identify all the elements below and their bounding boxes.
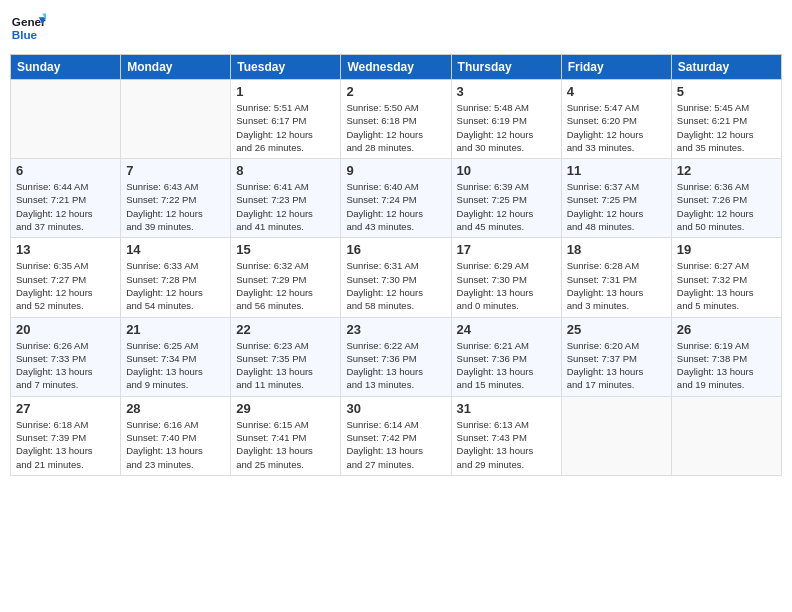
day-info: Sunrise: 6:20 AM Sunset: 7:37 PM Dayligh…	[567, 339, 666, 392]
day-number: 19	[677, 242, 776, 257]
day-info: Sunrise: 6:19 AM Sunset: 7:38 PM Dayligh…	[677, 339, 776, 392]
day-number: 20	[16, 322, 115, 337]
calendar-cell	[561, 396, 671, 475]
day-info: Sunrise: 5:51 AM Sunset: 6:17 PM Dayligh…	[236, 101, 335, 154]
day-info: Sunrise: 6:44 AM Sunset: 7:21 PM Dayligh…	[16, 180, 115, 233]
calendar-cell: 21Sunrise: 6:25 AM Sunset: 7:34 PM Dayli…	[121, 317, 231, 396]
day-number: 25	[567, 322, 666, 337]
day-info: Sunrise: 6:28 AM Sunset: 7:31 PM Dayligh…	[567, 259, 666, 312]
calendar-table: SundayMondayTuesdayWednesdayThursdayFrid…	[10, 54, 782, 476]
day-number: 11	[567, 163, 666, 178]
day-info: Sunrise: 6:22 AM Sunset: 7:36 PM Dayligh…	[346, 339, 445, 392]
day-info: Sunrise: 5:45 AM Sunset: 6:21 PM Dayligh…	[677, 101, 776, 154]
day-number: 15	[236, 242, 335, 257]
day-info: Sunrise: 6:37 AM Sunset: 7:25 PM Dayligh…	[567, 180, 666, 233]
day-number: 28	[126, 401, 225, 416]
calendar-cell: 22Sunrise: 6:23 AM Sunset: 7:35 PM Dayli…	[231, 317, 341, 396]
day-info: Sunrise: 6:23 AM Sunset: 7:35 PM Dayligh…	[236, 339, 335, 392]
weekday-header-thursday: Thursday	[451, 55, 561, 80]
calendar-cell: 17Sunrise: 6:29 AM Sunset: 7:30 PM Dayli…	[451, 238, 561, 317]
day-number: 16	[346, 242, 445, 257]
day-number: 6	[16, 163, 115, 178]
calendar-cell: 10Sunrise: 6:39 AM Sunset: 7:25 PM Dayli…	[451, 159, 561, 238]
day-number: 18	[567, 242, 666, 257]
calendar-week-row: 6Sunrise: 6:44 AM Sunset: 7:21 PM Daylig…	[11, 159, 782, 238]
calendar-cell	[11, 80, 121, 159]
day-info: Sunrise: 6:40 AM Sunset: 7:24 PM Dayligh…	[346, 180, 445, 233]
calendar-cell: 5Sunrise: 5:45 AM Sunset: 6:21 PM Daylig…	[671, 80, 781, 159]
day-number: 13	[16, 242, 115, 257]
calendar-cell: 3Sunrise: 5:48 AM Sunset: 6:19 PM Daylig…	[451, 80, 561, 159]
day-info: Sunrise: 5:47 AM Sunset: 6:20 PM Dayligh…	[567, 101, 666, 154]
weekday-header-wednesday: Wednesday	[341, 55, 451, 80]
day-number: 14	[126, 242, 225, 257]
calendar-cell: 24Sunrise: 6:21 AM Sunset: 7:36 PM Dayli…	[451, 317, 561, 396]
day-info: Sunrise: 6:31 AM Sunset: 7:30 PM Dayligh…	[346, 259, 445, 312]
day-info: Sunrise: 6:18 AM Sunset: 7:39 PM Dayligh…	[16, 418, 115, 471]
calendar-cell: 6Sunrise: 6:44 AM Sunset: 7:21 PM Daylig…	[11, 159, 121, 238]
day-info: Sunrise: 6:39 AM Sunset: 7:25 PM Dayligh…	[457, 180, 556, 233]
day-number: 24	[457, 322, 556, 337]
calendar-cell: 7Sunrise: 6:43 AM Sunset: 7:22 PM Daylig…	[121, 159, 231, 238]
calendar-cell: 13Sunrise: 6:35 AM Sunset: 7:27 PM Dayli…	[11, 238, 121, 317]
day-number: 8	[236, 163, 335, 178]
calendar-cell: 8Sunrise: 6:41 AM Sunset: 7:23 PM Daylig…	[231, 159, 341, 238]
day-number: 23	[346, 322, 445, 337]
calendar-cell	[121, 80, 231, 159]
day-number: 3	[457, 84, 556, 99]
day-info: Sunrise: 5:50 AM Sunset: 6:18 PM Dayligh…	[346, 101, 445, 154]
day-number: 30	[346, 401, 445, 416]
day-info: Sunrise: 6:27 AM Sunset: 7:32 PM Dayligh…	[677, 259, 776, 312]
day-number: 27	[16, 401, 115, 416]
calendar-cell: 29Sunrise: 6:15 AM Sunset: 7:41 PM Dayli…	[231, 396, 341, 475]
weekday-header-friday: Friday	[561, 55, 671, 80]
day-info: Sunrise: 6:26 AM Sunset: 7:33 PM Dayligh…	[16, 339, 115, 392]
calendar-cell: 11Sunrise: 6:37 AM Sunset: 7:25 PM Dayli…	[561, 159, 671, 238]
calendar-cell: 27Sunrise: 6:18 AM Sunset: 7:39 PM Dayli…	[11, 396, 121, 475]
day-number: 1	[236, 84, 335, 99]
day-info: Sunrise: 6:32 AM Sunset: 7:29 PM Dayligh…	[236, 259, 335, 312]
calendar-week-row: 1Sunrise: 5:51 AM Sunset: 6:17 PM Daylig…	[11, 80, 782, 159]
calendar-cell: 9Sunrise: 6:40 AM Sunset: 7:24 PM Daylig…	[341, 159, 451, 238]
day-number: 9	[346, 163, 445, 178]
calendar-cell: 30Sunrise: 6:14 AM Sunset: 7:42 PM Dayli…	[341, 396, 451, 475]
day-number: 2	[346, 84, 445, 99]
day-number: 31	[457, 401, 556, 416]
calendar-cell: 28Sunrise: 6:16 AM Sunset: 7:40 PM Dayli…	[121, 396, 231, 475]
day-number: 21	[126, 322, 225, 337]
day-info: Sunrise: 5:48 AM Sunset: 6:19 PM Dayligh…	[457, 101, 556, 154]
day-number: 22	[236, 322, 335, 337]
day-number: 17	[457, 242, 556, 257]
svg-text:General: General	[12, 15, 46, 28]
day-info: Sunrise: 6:41 AM Sunset: 7:23 PM Dayligh…	[236, 180, 335, 233]
calendar-cell: 2Sunrise: 5:50 AM Sunset: 6:18 PM Daylig…	[341, 80, 451, 159]
day-number: 12	[677, 163, 776, 178]
calendar-week-row: 27Sunrise: 6:18 AM Sunset: 7:39 PM Dayli…	[11, 396, 782, 475]
calendar-cell: 31Sunrise: 6:13 AM Sunset: 7:43 PM Dayli…	[451, 396, 561, 475]
day-info: Sunrise: 6:43 AM Sunset: 7:22 PM Dayligh…	[126, 180, 225, 233]
logo-icon: General Blue	[10, 10, 46, 46]
day-info: Sunrise: 6:13 AM Sunset: 7:43 PM Dayligh…	[457, 418, 556, 471]
weekday-header-monday: Monday	[121, 55, 231, 80]
calendar-cell: 19Sunrise: 6:27 AM Sunset: 7:32 PM Dayli…	[671, 238, 781, 317]
weekday-header-tuesday: Tuesday	[231, 55, 341, 80]
day-number: 5	[677, 84, 776, 99]
day-info: Sunrise: 6:36 AM Sunset: 7:26 PM Dayligh…	[677, 180, 776, 233]
calendar-cell: 23Sunrise: 6:22 AM Sunset: 7:36 PM Dayli…	[341, 317, 451, 396]
calendar-cell: 14Sunrise: 6:33 AM Sunset: 7:28 PM Dayli…	[121, 238, 231, 317]
calendar-cell: 12Sunrise: 6:36 AM Sunset: 7:26 PM Dayli…	[671, 159, 781, 238]
svg-text:Blue: Blue	[12, 28, 38, 41]
weekday-header-saturday: Saturday	[671, 55, 781, 80]
day-number: 7	[126, 163, 225, 178]
day-number: 4	[567, 84, 666, 99]
calendar-cell: 1Sunrise: 5:51 AM Sunset: 6:17 PM Daylig…	[231, 80, 341, 159]
day-info: Sunrise: 6:16 AM Sunset: 7:40 PM Dayligh…	[126, 418, 225, 471]
day-number: 26	[677, 322, 776, 337]
day-info: Sunrise: 6:15 AM Sunset: 7:41 PM Dayligh…	[236, 418, 335, 471]
calendar-cell: 16Sunrise: 6:31 AM Sunset: 7:30 PM Dayli…	[341, 238, 451, 317]
calendar-cell: 26Sunrise: 6:19 AM Sunset: 7:38 PM Dayli…	[671, 317, 781, 396]
day-info: Sunrise: 6:25 AM Sunset: 7:34 PM Dayligh…	[126, 339, 225, 392]
logo: General Blue	[10, 10, 46, 46]
calendar-cell: 15Sunrise: 6:32 AM Sunset: 7:29 PM Dayli…	[231, 238, 341, 317]
day-number: 29	[236, 401, 335, 416]
